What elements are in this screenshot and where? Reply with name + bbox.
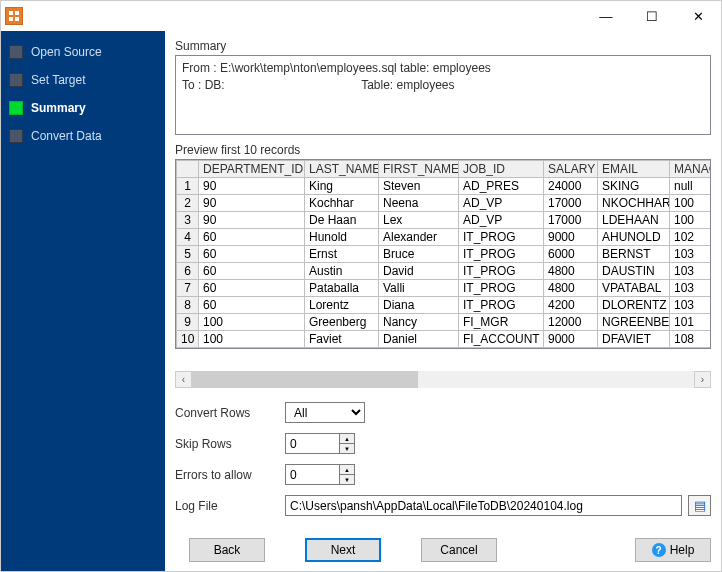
table-cell[interactable]: 90 xyxy=(199,195,305,212)
table-cell[interactable]: AD_PRES xyxy=(459,178,544,195)
table-cell[interactable]: DFAVIET xyxy=(598,331,670,348)
table-cell[interactable]: 9000 xyxy=(544,331,598,348)
column-header[interactable]: JOB_ID xyxy=(459,161,544,178)
column-header[interactable]: LAST_NAME xyxy=(305,161,379,178)
table-cell[interactable]: De Haan xyxy=(305,212,379,229)
table-cell[interactable]: 101 xyxy=(670,314,712,331)
close-button[interactable]: ✕ xyxy=(675,1,721,31)
table-cell[interactable]: David xyxy=(379,263,459,280)
table-cell[interactable]: 102 xyxy=(670,229,712,246)
table-cell[interactable]: IT_PROG xyxy=(459,246,544,263)
errors-down[interactable]: ▼ xyxy=(339,474,355,485)
table-cell[interactable]: IT_PROG xyxy=(459,263,544,280)
table-cell[interactable]: 100 xyxy=(670,212,712,229)
table-row[interactable]: 290KochharNeenaAD_VP17000NKOCHHAR100 xyxy=(177,195,712,212)
table-cell[interactable]: BERNST xyxy=(598,246,670,263)
table-cell[interactable]: 103 xyxy=(670,246,712,263)
table-cell[interactable]: 4800 xyxy=(544,263,598,280)
table-cell[interactable]: null xyxy=(670,178,712,195)
table-cell[interactable]: 100 xyxy=(670,195,712,212)
table-cell[interactable]: AHUNOLD xyxy=(598,229,670,246)
table-cell[interactable]: DAUSTIN xyxy=(598,263,670,280)
table-cell[interactable]: Kochhar xyxy=(305,195,379,212)
table-cell[interactable]: 6000 xyxy=(544,246,598,263)
table-cell[interactable]: VPATABAL xyxy=(598,280,670,297)
wizard-step-set-target[interactable]: Set Target xyxy=(9,73,157,87)
table-cell[interactable]: Nancy xyxy=(379,314,459,331)
table-row[interactable]: 190KingStevenAD_PRES24000SKINGnull xyxy=(177,178,712,195)
table-row[interactable]: 9100GreenbergNancyFI_MGR12000NGREENBE101 xyxy=(177,314,712,331)
minimize-button[interactable]: — xyxy=(583,1,629,31)
table-cell[interactable]: 103 xyxy=(670,280,712,297)
horizontal-scrollbar[interactable]: ‹ › xyxy=(175,371,711,388)
table-cell[interactable]: SKING xyxy=(598,178,670,195)
table-cell[interactable]: Lorentz xyxy=(305,297,379,314)
table-row[interactable]: 660AustinDavidIT_PROG4800DAUSTIN103 xyxy=(177,263,712,280)
table-cell[interactable]: FI_MGR xyxy=(459,314,544,331)
browse-logfile-button[interactable]: ▤ xyxy=(688,495,711,516)
maximize-button[interactable]: ☐ xyxy=(629,1,675,31)
table-cell[interactable]: 90 xyxy=(199,178,305,195)
table-cell[interactable]: 17000 xyxy=(544,212,598,229)
skip-rows-up[interactable]: ▲ xyxy=(339,433,355,443)
table-row[interactable]: 860LorentzDianaIT_PROG4200DLORENTZ103 xyxy=(177,297,712,314)
table-cell[interactable]: King xyxy=(305,178,379,195)
table-cell[interactable]: Ernst xyxy=(305,246,379,263)
table-cell[interactable]: Daniel xyxy=(379,331,459,348)
table-cell[interactable]: Faviet xyxy=(305,331,379,348)
column-header[interactable]: MANAG xyxy=(670,161,712,178)
back-button[interactable]: Back xyxy=(189,538,265,562)
wizard-step-open-source[interactable]: Open Source xyxy=(9,45,157,59)
wizard-step-convert-data[interactable]: Convert Data xyxy=(9,129,157,143)
table-cell[interactable]: NKOCHHAR xyxy=(598,195,670,212)
convert-rows-select[interactable]: All xyxy=(285,402,365,423)
scroll-thumb[interactable] xyxy=(192,371,418,388)
errors-input[interactable] xyxy=(285,464,339,485)
help-button[interactable]: ? Help xyxy=(635,538,711,562)
table-cell[interactable]: Neena xyxy=(379,195,459,212)
table-row[interactable]: 10100FavietDanielFI_ACCOUNT9000DFAVIET10… xyxy=(177,331,712,348)
table-cell[interactable]: Austin xyxy=(305,263,379,280)
column-header[interactable]: FIRST_NAME xyxy=(379,161,459,178)
table-cell[interactable]: IT_PROG xyxy=(459,297,544,314)
table-cell[interactable]: 9000 xyxy=(544,229,598,246)
scroll-right-icon[interactable]: › xyxy=(694,371,711,388)
table-cell[interactable]: DLORENTZ xyxy=(598,297,670,314)
table-cell[interactable]: 90 xyxy=(199,212,305,229)
table-cell[interactable]: 60 xyxy=(199,246,305,263)
table-cell[interactable]: Pataballa xyxy=(305,280,379,297)
table-cell[interactable]: 103 xyxy=(670,263,712,280)
table-cell[interactable]: NGREENBE xyxy=(598,314,670,331)
table-cell[interactable]: Bruce xyxy=(379,246,459,263)
table-cell[interactable]: Alexander xyxy=(379,229,459,246)
table-cell[interactable]: Greenberg xyxy=(305,314,379,331)
table-cell[interactable]: 4200 xyxy=(544,297,598,314)
table-cell[interactable]: 24000 xyxy=(544,178,598,195)
table-row[interactable]: 560ErnstBruceIT_PROG6000BERNST103 xyxy=(177,246,712,263)
table-cell[interactable]: Steven xyxy=(379,178,459,195)
table-cell[interactable]: Lex xyxy=(379,212,459,229)
table-cell[interactable]: 60 xyxy=(199,229,305,246)
table-cell[interactable]: 100 xyxy=(199,314,305,331)
table-cell[interactable]: AD_VP xyxy=(459,212,544,229)
wizard-step-summary[interactable]: Summary xyxy=(9,101,157,115)
table-cell[interactable]: IT_PROG xyxy=(459,280,544,297)
table-cell[interactable]: 60 xyxy=(199,263,305,280)
cancel-button[interactable]: Cancel xyxy=(421,538,497,562)
table-cell[interactable]: FI_ACCOUNT xyxy=(459,331,544,348)
logfile-input[interactable] xyxy=(285,495,682,516)
table-row[interactable]: 390De HaanLexAD_VP17000LDEHAAN100 xyxy=(177,212,712,229)
column-header[interactable]: DEPARTMENT_ID xyxy=(199,161,305,178)
table-cell[interactable]: 103 xyxy=(670,297,712,314)
table-cell[interactable]: AD_VP xyxy=(459,195,544,212)
errors-stepper[interactable]: ▲ ▼ xyxy=(285,464,355,485)
preview-table[interactable]: DEPARTMENT_IDLAST_NAMEFIRST_NAMEJOB_IDSA… xyxy=(175,159,711,349)
table-cell[interactable]: 60 xyxy=(199,297,305,314)
table-row[interactable]: 760PataballaValliIT_PROG4800VPATABAL103 xyxy=(177,280,712,297)
column-header[interactable]: EMAIL xyxy=(598,161,670,178)
scroll-left-icon[interactable]: ‹ xyxy=(175,371,192,388)
skip-rows-stepper[interactable]: ▲ ▼ xyxy=(285,433,355,454)
table-cell[interactable]: Hunold xyxy=(305,229,379,246)
table-cell[interactable]: LDEHAAN xyxy=(598,212,670,229)
table-cell[interactable]: 12000 xyxy=(544,314,598,331)
